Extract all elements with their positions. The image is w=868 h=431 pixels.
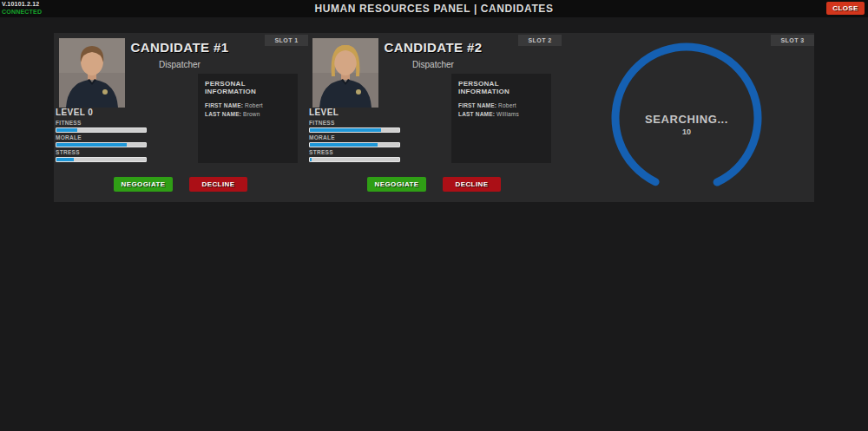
fitness-label: FITNESS	[309, 120, 401, 126]
fitness-label: FITNESS	[56, 120, 148, 126]
stat-fitness: FITNESS	[56, 120, 148, 133]
last-name-value: Brown	[243, 111, 260, 117]
last-name-line: LAST NAME: Williams	[458, 111, 544, 117]
hr-candidates-screen: V.10101.2.12 CONNECTED HUMAN RESOURCES P…	[0, 0, 868, 431]
candidate-header: CANDIDATE #2 Dispatcher	[377, 40, 490, 69]
morale-bar	[56, 142, 147, 147]
top-bar: V.10101.2.12 CONNECTED HUMAN RESOURCES P…	[0, 0, 868, 17]
level-label: LEVEL 0	[56, 108, 93, 117]
first-name-value: Robert	[245, 102, 263, 108]
stress-bar-fill	[56, 158, 74, 161]
searching-countdown: 10	[608, 127, 765, 136]
last-name-label: LAST NAME:	[458, 111, 495, 117]
stat-stress: STRESS	[56, 149, 148, 162]
last-name-label: LAST NAME:	[205, 111, 241, 117]
stat-morale: MORALE	[309, 134, 401, 147]
slot-badge: SLOT 1	[265, 35, 308, 46]
first-name-label: FIRST NAME:	[205, 102, 243, 108]
first-name-label: FIRST NAME:	[458, 102, 496, 108]
candidate-title: CANDIDATE #1	[123, 40, 236, 55]
morale-label: MORALE	[309, 134, 401, 140]
candidate-card: SLOT 1 CANDIDATE #1 Dispatcher PERSONAL …	[54, 33, 307, 202]
first-name-line: FIRST NAME: Robert	[458, 102, 544, 108]
stat-morale: MORALE	[56, 134, 148, 147]
last-name-line: LAST NAME: Brown	[205, 111, 291, 117]
fitness-bar	[309, 127, 400, 133]
candidate-photo	[312, 38, 378, 108]
level-label: LEVEL	[309, 108, 339, 117]
decline-button[interactable]: DECLINE	[443, 177, 501, 192]
personal-info-box: PERSONAL INFORMATION FIRST NAME: Robert …	[198, 74, 298, 163]
slot-badge: SLOT 2	[518, 35, 562, 46]
candidate-role: Dispatcher	[123, 60, 236, 69]
stat-fitness: FITNESS	[309, 120, 401, 133]
fitness-bar-fill	[56, 128, 77, 132]
negotiate-button[interactable]: NEGOGIATE	[114, 177, 173, 192]
stat-stress: STRESS	[309, 149, 401, 162]
fitness-bar	[56, 127, 147, 133]
close-button[interactable]: CLOSE	[826, 2, 865, 15]
first-name-line: FIRST NAME: Robert	[205, 102, 291, 108]
first-name-value: Robert	[498, 102, 516, 108]
candidate-portrait-icon	[59, 38, 125, 108]
page-title: HUMAN RESOURCES PANEL | CANDIDATES	[0, 3, 868, 15]
fitness-bar-fill	[310, 128, 381, 132]
stress-bar-fill	[310, 158, 312, 161]
morale-label: MORALE	[56, 134, 148, 140]
candidate-card: SLOT 2 CANDIDATE #2 Dispatcher PERSONAL …	[307, 33, 561, 202]
morale-bar-fill	[56, 143, 127, 147]
candidate-title: CANDIDATE #2	[377, 40, 490, 55]
searching-slot: SEARCHING... 10	[608, 40, 765, 196]
hr-panel: SLOT 3 SEARCHING... 10	[54, 33, 814, 202]
personal-info-box: PERSONAL INFORMATION FIRST NAME: Robert …	[451, 74, 551, 163]
candidate-portrait-icon	[312, 38, 378, 108]
personal-info-header: PERSONAL INFORMATION	[458, 80, 544, 95]
candidate-header: CANDIDATE #1 Dispatcher	[123, 40, 236, 69]
decline-button[interactable]: DECLINE	[189, 177, 247, 192]
stress-bar	[56, 157, 147, 162]
morale-bar	[309, 142, 400, 147]
morale-bar-fill	[310, 143, 378, 147]
searching-label: SEARCHING...	[608, 113, 765, 126]
slot-3-badge: SLOT 3	[771, 35, 814, 46]
personal-info-header: PERSONAL INFORMATION	[205, 80, 291, 95]
last-name-value: Williams	[496, 111, 519, 117]
stress-bar	[309, 157, 400, 162]
candidate-photo	[59, 38, 125, 108]
searching-status: SEARCHING... 10	[608, 113, 765, 136]
stress-label: STRESS	[56, 149, 148, 155]
candidate-role: Dispatcher	[377, 60, 490, 69]
stress-label: STRESS	[309, 149, 401, 155]
negotiate-button[interactable]: NEGOGIATE	[367, 177, 426, 192]
